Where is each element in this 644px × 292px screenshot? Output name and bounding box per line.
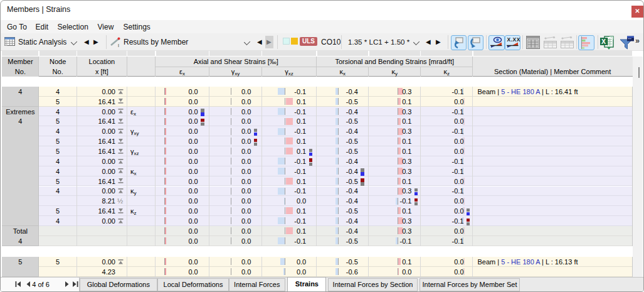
svg-text:I: I <box>118 43 119 48</box>
svg-text:X: X <box>601 38 606 45</box>
svg-text:X.XX: X.XX <box>507 36 520 43</box>
